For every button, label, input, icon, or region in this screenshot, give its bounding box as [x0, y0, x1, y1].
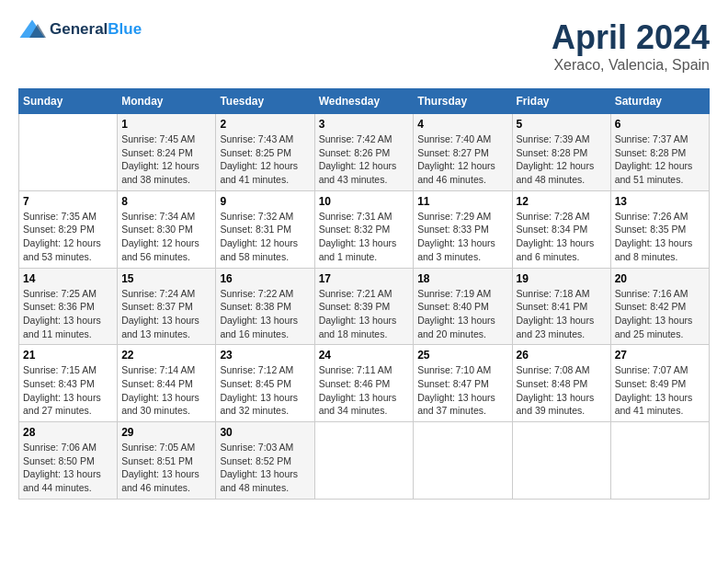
weekday-header-row: Sunday Monday Tuesday Wednesday Thursday… [19, 89, 710, 114]
header-thursday: Thursday [414, 89, 512, 114]
calendar-cell-w3-d5: 19Sunrise: 7:18 AMSunset: 8:41 PMDayligh… [512, 268, 610, 345]
page-header: GeneralBlue April 2024 Xeraco, Valencia,… [18, 18, 710, 74]
day-number: 5 [517, 118, 607, 131]
calendar-cell-w4-d3: 24Sunrise: 7:11 AMSunset: 8:46 PMDayligh… [314, 345, 414, 422]
day-info: Sunrise: 7:07 AMSunset: 8:49 PMDaylight:… [615, 363, 705, 418]
day-info: Sunrise: 7:45 AMSunset: 8:24 PMDaylight:… [121, 132, 211, 187]
day-number: 26 [517, 349, 607, 362]
day-number: 9 [220, 195, 310, 208]
day-info: Sunrise: 7:14 AMSunset: 8:44 PMDaylight:… [121, 363, 211, 418]
header-sunday: Sunday [19, 89, 118, 114]
day-number: 18 [417, 272, 507, 285]
day-number: 20 [615, 272, 705, 285]
calendar-cell-w1-d3: 3Sunrise: 7:42 AMSunset: 8:26 PMDaylight… [314, 114, 414, 191]
week-row-3: 14Sunrise: 7:25 AMSunset: 8:36 PMDayligh… [19, 268, 710, 345]
week-row-1: 1Sunrise: 7:45 AMSunset: 8:24 PMDaylight… [19, 114, 710, 191]
day-info: Sunrise: 7:19 AMSunset: 8:40 PMDaylight:… [417, 287, 507, 341]
calendar-cell-w1-d6: 6Sunrise: 7:37 AMSunset: 8:28 PMDaylight… [610, 114, 709, 191]
day-info: Sunrise: 7:18 AMSunset: 8:41 PMDaylight:… [517, 287, 607, 341]
day-info: Sunrise: 7:28 AMSunset: 8:34 PMDaylight:… [517, 210, 607, 264]
day-number: 15 [121, 272, 211, 285]
logo-general: General [50, 20, 108, 38]
calendar-cell-w2-d3: 10Sunrise: 7:31 AMSunset: 8:32 PMDayligh… [314, 190, 414, 268]
calendar-cell-w5-d3 [314, 422, 414, 500]
week-row-4: 21Sunrise: 7:15 AMSunset: 8:43 PMDayligh… [19, 345, 710, 422]
title-area: April 2024 Xeraco, Valencia, Spain [552, 18, 710, 74]
day-info: Sunrise: 7:05 AMSunset: 8:51 PMDaylight:… [121, 441, 211, 495]
calendar-cell-w4-d4: 25Sunrise: 7:10 AMSunset: 8:47 PMDayligh… [414, 345, 512, 422]
day-info: Sunrise: 7:12 AMSunset: 8:45 PMDaylight:… [220, 363, 310, 418]
day-number: 19 [517, 272, 607, 285]
day-info: Sunrise: 7:34 AMSunset: 8:30 PMDaylight:… [121, 210, 211, 264]
calendar-cell-w4-d1: 22Sunrise: 7:14 AMSunset: 8:44 PMDayligh… [118, 345, 216, 422]
day-number: 17 [319, 272, 410, 285]
calendar-cell-w5-d1: 29Sunrise: 7:05 AMSunset: 8:51 PMDayligh… [118, 422, 216, 500]
day-info: Sunrise: 7:24 AMSunset: 8:37 PMDaylight:… [121, 287, 211, 341]
calendar-cell-w3-d6: 20Sunrise: 7:16 AMSunset: 8:42 PMDayligh… [610, 268, 709, 345]
header-friday: Friday [512, 89, 610, 114]
logo-icon [18, 18, 46, 40]
day-info: Sunrise: 7:06 AMSunset: 8:50 PMDaylight:… [23, 441, 113, 495]
calendar-cell-w1-d4: 4Sunrise: 7:40 AMSunset: 8:27 PMDaylight… [414, 114, 512, 191]
day-number: 10 [319, 195, 410, 208]
month-title: April 2024 [552, 18, 710, 57]
location-title: Xeraco, Valencia, Spain [552, 57, 710, 74]
calendar-cell-w2-d0: 7Sunrise: 7:35 AMSunset: 8:29 PMDaylight… [19, 190, 118, 268]
week-row-2: 7Sunrise: 7:35 AMSunset: 8:29 PMDaylight… [19, 190, 710, 268]
calendar-cell-w4-d2: 23Sunrise: 7:12 AMSunset: 8:45 PMDayligh… [216, 345, 314, 422]
day-info: Sunrise: 7:08 AMSunset: 8:48 PMDaylight:… [517, 363, 607, 418]
calendar-cell-w5-d0: 28Sunrise: 7:06 AMSunset: 8:50 PMDayligh… [19, 422, 118, 500]
day-info: Sunrise: 7:37 AMSunset: 8:28 PMDaylight:… [615, 132, 705, 187]
day-number: 11 [417, 195, 507, 208]
calendar-cell-w1-d5: 5Sunrise: 7:39 AMSunset: 8:28 PMDaylight… [512, 114, 610, 191]
calendar-cell-w3-d2: 16Sunrise: 7:22 AMSunset: 8:38 PMDayligh… [216, 268, 314, 345]
day-info: Sunrise: 7:10 AMSunset: 8:47 PMDaylight:… [417, 363, 507, 418]
day-number: 8 [121, 195, 211, 208]
day-number: 3 [319, 118, 410, 131]
day-number: 25 [417, 349, 507, 362]
day-number: 7 [23, 195, 113, 208]
calendar-cell-w5-d2: 30Sunrise: 7:03 AMSunset: 8:52 PMDayligh… [216, 422, 314, 500]
day-info: Sunrise: 7:43 AMSunset: 8:25 PMDaylight:… [220, 132, 310, 187]
calendar-cell-w5-d5 [512, 422, 610, 500]
day-number: 2 [220, 118, 310, 131]
header-wednesday: Wednesday [314, 89, 414, 114]
day-info: Sunrise: 7:25 AMSunset: 8:36 PMDaylight:… [23, 287, 113, 341]
day-info: Sunrise: 7:32 AMSunset: 8:31 PMDaylight:… [220, 210, 310, 264]
day-number: 4 [417, 118, 507, 131]
day-info: Sunrise: 7:03 AMSunset: 8:52 PMDaylight:… [220, 441, 310, 495]
day-info: Sunrise: 7:15 AMSunset: 8:43 PMDaylight:… [23, 363, 113, 418]
day-info: Sunrise: 7:21 AMSunset: 8:39 PMDaylight:… [319, 287, 410, 341]
day-number: 24 [319, 349, 410, 362]
day-info: Sunrise: 7:40 AMSunset: 8:27 PMDaylight:… [417, 132, 507, 187]
header-tuesday: Tuesday [216, 89, 314, 114]
day-info: Sunrise: 7:29 AMSunset: 8:33 PMDaylight:… [417, 210, 507, 264]
day-info: Sunrise: 7:31 AMSunset: 8:32 PMDaylight:… [319, 210, 410, 264]
day-number: 13 [615, 195, 705, 208]
day-number: 30 [220, 426, 310, 439]
calendar-cell-w2-d5: 12Sunrise: 7:28 AMSunset: 8:34 PMDayligh… [512, 190, 610, 268]
calendar-cell-w3-d3: 17Sunrise: 7:21 AMSunset: 8:39 PMDayligh… [314, 268, 414, 345]
calendar-cell-w4-d6: 27Sunrise: 7:07 AMSunset: 8:49 PMDayligh… [610, 345, 709, 422]
day-info: Sunrise: 7:35 AMSunset: 8:29 PMDaylight:… [23, 210, 113, 264]
calendar-cell-w2-d2: 9Sunrise: 7:32 AMSunset: 8:31 PMDaylight… [216, 190, 314, 268]
calendar-cell-w3-d4: 18Sunrise: 7:19 AMSunset: 8:40 PMDayligh… [414, 268, 512, 345]
calendar-cell-w1-d1: 1Sunrise: 7:45 AMSunset: 8:24 PMDaylight… [118, 114, 216, 191]
calendar-cell-w2-d1: 8Sunrise: 7:34 AMSunset: 8:30 PMDaylight… [118, 190, 216, 268]
calendar-cell-w3-d0: 14Sunrise: 7:25 AMSunset: 8:36 PMDayligh… [19, 268, 118, 345]
calendar-cell-w3-d1: 15Sunrise: 7:24 AMSunset: 8:37 PMDayligh… [118, 268, 216, 345]
day-info: Sunrise: 7:11 AMSunset: 8:46 PMDaylight:… [319, 363, 410, 418]
day-number: 16 [220, 272, 310, 285]
day-number: 12 [517, 195, 607, 208]
day-number: 28 [23, 426, 113, 439]
logo-blue: Blue [108, 20, 142, 38]
calendar-cell-w4-d0: 21Sunrise: 7:15 AMSunset: 8:43 PMDayligh… [19, 345, 118, 422]
day-number: 1 [121, 118, 211, 131]
calendar-cell-w1-d2: 2Sunrise: 7:43 AMSunset: 8:25 PMDaylight… [216, 114, 314, 191]
week-row-5: 28Sunrise: 7:06 AMSunset: 8:50 PMDayligh… [19, 422, 710, 500]
calendar-cell-w2-d4: 11Sunrise: 7:29 AMSunset: 8:33 PMDayligh… [414, 190, 512, 268]
calendar-cell-w1-d0 [19, 114, 118, 191]
day-number: 29 [121, 426, 211, 439]
calendar-table: Sunday Monday Tuesday Wednesday Thursday… [18, 88, 710, 500]
calendar-cell-w2-d6: 13Sunrise: 7:26 AMSunset: 8:35 PMDayligh… [610, 190, 709, 268]
